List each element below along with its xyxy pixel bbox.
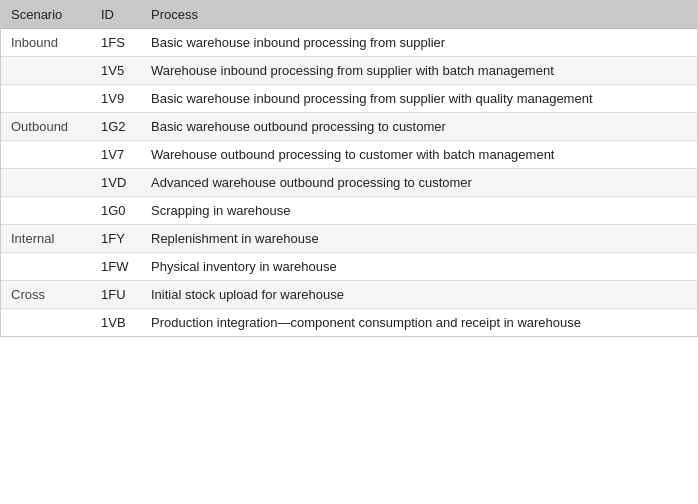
scenario-cell — [1, 253, 91, 281]
process-cell: Production integration—component consump… — [141, 309, 697, 337]
table-row: Internal1FYReplenishment in warehouse — [1, 225, 697, 253]
process-cell: Initial stock upload for warehouse — [141, 281, 697, 309]
table-row: 1V7Warehouse outbound processing to cust… — [1, 141, 697, 169]
table-row: 1G0Scrapping in warehouse — [1, 197, 697, 225]
table-row: 1FWPhysical inventory in warehouse — [1, 253, 697, 281]
scenario-cell — [1, 197, 91, 225]
process-cell: Warehouse outbound processing to custome… — [141, 141, 697, 169]
header-id: ID — [91, 1, 141, 29]
id-cell: 1V9 — [91, 85, 141, 113]
table-row: Inbound1FSBasic warehouse inbound proces… — [1, 29, 697, 57]
scenario-cell: Internal — [1, 225, 91, 253]
scenario-cell — [1, 85, 91, 113]
process-cell: Scrapping in warehouse — [141, 197, 697, 225]
id-cell: 1VD — [91, 169, 141, 197]
main-table-wrapper: Scenario ID Process Inbound1FSBasic ware… — [0, 0, 698, 337]
scenario-cell — [1, 57, 91, 85]
scenario-cell: Cross — [1, 281, 91, 309]
scenario-table: Scenario ID Process Inbound1FSBasic ware… — [1, 1, 697, 336]
table-header-row: Scenario ID Process — [1, 1, 697, 29]
process-cell: Basic warehouse outbound processing to c… — [141, 113, 697, 141]
scenario-cell — [1, 309, 91, 337]
scenario-cell — [1, 141, 91, 169]
id-cell: 1FS — [91, 29, 141, 57]
scenario-cell: Inbound — [1, 29, 91, 57]
process-cell: Warehouse inbound processing from suppli… — [141, 57, 697, 85]
id-cell: 1G0 — [91, 197, 141, 225]
id-cell: 1V5 — [91, 57, 141, 85]
table-row: Outbound1G2Basic warehouse outbound proc… — [1, 113, 697, 141]
id-cell: 1FY — [91, 225, 141, 253]
table-row: 1VDAdvanced warehouse outbound processin… — [1, 169, 697, 197]
process-cell: Basic warehouse inbound processing from … — [141, 85, 697, 113]
id-cell: 1FU — [91, 281, 141, 309]
header-scenario: Scenario — [1, 1, 91, 29]
scenario-cell — [1, 169, 91, 197]
id-cell: 1FW — [91, 253, 141, 281]
table-row: 1V9Basic warehouse inbound processing fr… — [1, 85, 697, 113]
process-cell: Physical inventory in warehouse — [141, 253, 697, 281]
table-row: 1VBProduction integration—component cons… — [1, 309, 697, 337]
id-cell: 1V7 — [91, 141, 141, 169]
process-cell: Basic warehouse inbound processing from … — [141, 29, 697, 57]
id-cell: 1VB — [91, 309, 141, 337]
table-row: 1V5Warehouse inbound processing from sup… — [1, 57, 697, 85]
header-process: Process — [141, 1, 697, 29]
process-cell: Advanced warehouse outbound processing t… — [141, 169, 697, 197]
process-cell: Replenishment in warehouse — [141, 225, 697, 253]
id-cell: 1G2 — [91, 113, 141, 141]
table-row: Cross1FUInitial stock upload for warehou… — [1, 281, 697, 309]
scenario-cell: Outbound — [1, 113, 91, 141]
